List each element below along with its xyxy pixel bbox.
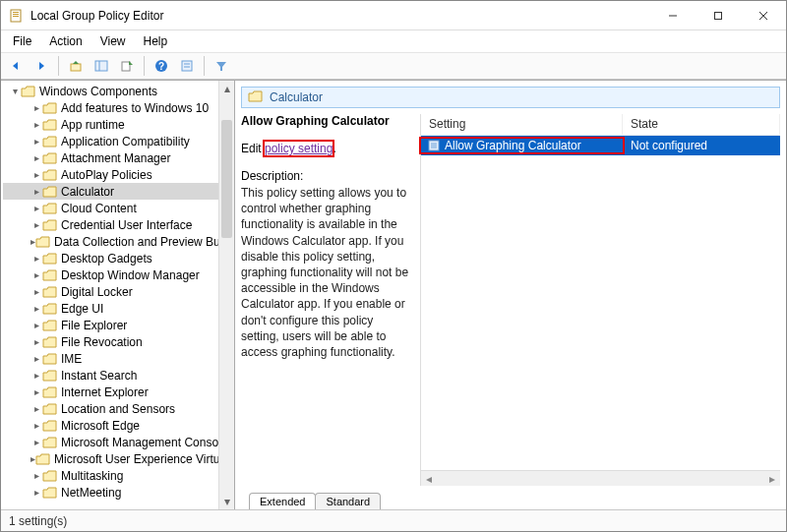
tree-label: Desktop Window Manager <box>61 268 200 282</box>
toolbar-separator <box>58 56 59 76</box>
tree-label: Attachment Manager <box>61 151 170 165</box>
edit-policy-line: Edit policy setting. <box>241 142 412 155</box>
expand-icon[interactable]: ▸ <box>30 337 42 347</box>
folder-icon <box>42 268 58 282</box>
tree-item[interactable]: ▸Credential User Interface <box>3 216 234 233</box>
tree-item[interactable]: ▸Microsoft Edge <box>3 417 234 434</box>
expand-icon[interactable]: ▸ <box>30 371 42 381</box>
toolbar-separator-2 <box>144 56 145 76</box>
tree-vertical-scrollbar[interactable]: ▴ ▾ <box>218 81 234 509</box>
status-text: 1 setting(s) <box>9 514 67 528</box>
maximize-button[interactable] <box>696 1 741 30</box>
settings-horizontal-scrollbar[interactable]: ◂ ▸ <box>421 470 780 486</box>
tree-item[interactable]: ▸Application Compatibility <box>3 133 234 149</box>
filter-button[interactable] <box>211 55 232 77</box>
folder-icon <box>42 302 58 316</box>
tree-item[interactable]: ▸Internet Explorer <box>3 384 234 400</box>
expand-icon[interactable]: ▸ <box>30 488 42 498</box>
back-button[interactable] <box>5 55 27 77</box>
expand-icon[interactable]: ▸ <box>30 438 42 447</box>
tab-extended[interactable]: Extended <box>249 493 316 509</box>
menu-help[interactable]: Help <box>136 32 176 50</box>
navigation-tree[interactable]: ▾ Windows Components ▸Add features to Wi… <box>1 81 234 509</box>
scroll-up-icon[interactable]: ▴ <box>219 81 234 96</box>
setting-row-allow-graphing-calculator[interactable]: Allow Graphing Calculator Not configured <box>421 136 780 155</box>
tree-item[interactable]: ▸Data Collection and Preview Builds <box>3 233 234 250</box>
tree-item[interactable]: ▸Microsoft Management Console <box>3 434 234 450</box>
details-header: Calculator <box>241 87 780 108</box>
expand-icon[interactable]: ▸ <box>30 137 42 147</box>
tree-item[interactable]: ▸Cloud Content <box>3 200 234 216</box>
folder-icon <box>42 319 58 332</box>
expand-icon[interactable]: ▸ <box>30 404 42 414</box>
tree-root-windows-components[interactable]: ▾ Windows Components <box>3 83 234 99</box>
tree-item[interactable]: ▸Edge UI <box>3 300 234 317</box>
expand-icon[interactable]: ▸ <box>30 204 42 213</box>
tree-item[interactable]: ▸Digital Locker <box>3 283 234 300</box>
folder-icon <box>42 151 58 165</box>
details-pane: Calculator Allow Graphing Calculator Edi… <box>235 81 786 509</box>
expand-icon[interactable]: ▸ <box>30 187 42 197</box>
tab-standard[interactable]: Standard <box>315 493 381 509</box>
up-level-button[interactable] <box>65 55 87 77</box>
scroll-down-icon[interactable]: ▾ <box>219 494 234 509</box>
expand-icon[interactable]: ▸ <box>30 321 42 330</box>
expand-icon[interactable]: ▸ <box>30 387 42 397</box>
minimize-button[interactable] <box>650 1 696 30</box>
edit-policy-setting-link[interactable]: policy setting <box>265 142 333 155</box>
folder-icon <box>42 101 58 115</box>
tree-item[interactable]: ▸IME <box>3 350 234 367</box>
tree-item[interactable]: ▸Location and Sensors <box>3 400 234 417</box>
expand-icon[interactable]: ▸ <box>30 354 42 364</box>
scroll-right-icon[interactable]: ▸ <box>764 472 780 486</box>
expand-icon[interactable]: ▸ <box>30 287 42 297</box>
tree-item[interactable]: ▸NetMeeting <box>3 484 234 501</box>
tree-label: Digital Locker <box>61 285 133 299</box>
tree-item[interactable]: ▸Attachment Manager <box>3 149 234 166</box>
menu-file[interactable]: File <box>5 32 39 50</box>
expand-icon[interactable]: ▸ <box>30 220 42 230</box>
tree-item[interactable]: ▸File Explorer <box>3 317 234 333</box>
collapse-icon[interactable]: ▾ <box>9 87 21 96</box>
close-button[interactable] <box>741 1 786 30</box>
tree-label: NetMeeting <box>61 486 121 500</box>
folder-icon <box>42 135 58 148</box>
expand-icon[interactable]: ▸ <box>30 471 42 481</box>
tree-item[interactable]: ▸AutoPlay Policies <box>3 166 234 183</box>
tree-item[interactable]: ▸Desktop Window Manager <box>3 266 234 283</box>
folder-icon <box>42 419 58 433</box>
menu-action[interactable]: Action <box>41 32 90 50</box>
show-hide-tree-button[interactable] <box>91 55 112 77</box>
tree-item[interactable]: ▸Multitasking <box>3 467 234 484</box>
expand-icon[interactable]: ▸ <box>30 120 42 130</box>
export-button[interactable] <box>116 55 138 77</box>
column-header-setting[interactable]: Setting <box>421 114 623 135</box>
scroll-left-icon[interactable]: ◂ <box>421 472 437 486</box>
tree-item[interactable]: ▸File Revocation <box>3 333 234 350</box>
app-icon <box>9 8 25 24</box>
expand-icon[interactable]: ▸ <box>30 421 42 431</box>
column-header-state[interactable]: State <box>623 114 780 135</box>
tree-item[interactable]: ▸Desktop Gadgets <box>3 250 234 266</box>
local-group-policy-editor-window: Local Group Policy Editor File Action Vi… <box>0 0 787 532</box>
tree-item[interactable]: ▸App runtime <box>3 116 234 133</box>
expand-icon[interactable]: ▸ <box>30 304 42 314</box>
tree-label: Microsoft Management Console <box>61 436 227 449</box>
expand-icon[interactable]: ▸ <box>30 170 42 180</box>
tree-label: Edge UI <box>61 302 103 316</box>
folder-icon <box>42 285 58 299</box>
expand-icon[interactable]: ▸ <box>30 270 42 280</box>
tree-item[interactable]: ▸Instant Search <box>3 367 234 384</box>
window-title: Local Group Policy Editor <box>30 9 163 23</box>
expand-icon[interactable]: ▸ <box>30 153 42 163</box>
menu-view[interactable]: View <box>92 32 134 50</box>
expand-icon[interactable]: ▸ <box>30 254 42 264</box>
tree-item[interactable]: ▸Calculator <box>3 183 234 200</box>
help-button[interactable]: ? <box>151 55 172 77</box>
scroll-thumb[interactable] <box>221 120 232 238</box>
expand-icon[interactable]: ▸ <box>30 103 42 113</box>
properties-button[interactable] <box>176 55 198 77</box>
tree-item[interactable]: ▸Microsoft User Experience Virtualiza <box>3 450 234 467</box>
tree-item[interactable]: ▸Add features to Windows 10 <box>3 99 234 116</box>
forward-button[interactable] <box>30 55 52 77</box>
